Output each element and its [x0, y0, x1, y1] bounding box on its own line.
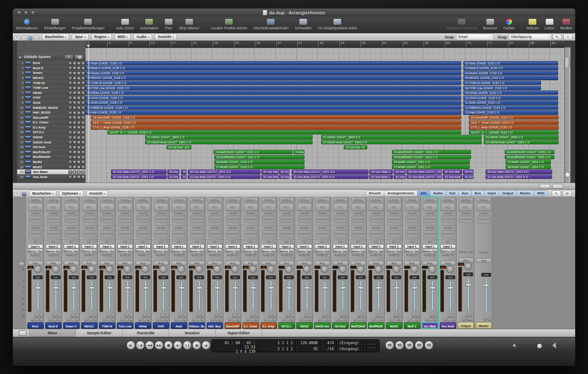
solo-button[interactable]: S	[416, 314, 420, 318]
track-m-button[interactable]: M	[77, 175, 81, 178]
toolbar-informationen-button[interactable]: Informationen	[13, 18, 41, 31]
insert-slot[interactable]	[405, 219, 419, 223]
pan-knob[interactable]	[105, 265, 114, 273]
toolbar-listen-button[interactable]: Listen	[541, 18, 557, 32]
insert-slot[interactable]	[154, 216, 168, 219]
toolbar-flex-button[interactable]: Flex	[161, 18, 176, 31]
record-button[interactable]: R	[57, 318, 61, 321]
pause-button[interactable]: ❙❙	[183, 341, 192, 350]
track-i-button[interactable]: I	[68, 170, 72, 174]
track-s-button[interactable]: S	[81, 155, 85, 159]
input-button[interactable]: Input 1	[440, 244, 456, 248]
pan-knob[interactable]	[321, 265, 329, 273]
input-button[interactable]: Input 1	[422, 244, 438, 248]
track-m-button[interactable]: M	[77, 150, 81, 154]
track-s-button[interactable]: S	[81, 81, 85, 85]
insert-slot[interactable]	[244, 216, 257, 219]
region[interactable]: 31-Vox Amb-110717_2201 5 O	[486, 175, 552, 179]
region[interactable]: 21-GitOD-110427_1803 1 O	[145, 135, 313, 139]
input-monitor-button[interactable]: I	[214, 318, 218, 321]
track-s-button[interactable]: S	[81, 86, 85, 90]
eq-button[interactable]: EQ	[387, 203, 401, 211]
record-ready-button[interactable]: O	[246, 318, 250, 321]
send-slot[interactable]	[423, 230, 437, 234]
eq-button[interactable]: EQ	[82, 203, 97, 211]
input-button[interactable]: Input 1	[171, 244, 187, 248]
send-slot[interactable]	[369, 230, 383, 234]
pencil-tool-button[interactable]: +	[563, 34, 573, 40]
track-r-button[interactable]: R	[73, 91, 76, 94]
solo-button[interactable]: S	[219, 314, 222, 318]
setting-button[interactable]: Setting	[477, 198, 491, 202]
channel-name-button[interactable]: Git Dub	[332, 322, 348, 329]
output-button[interactable]: Stereo Out	[82, 249, 97, 253]
track-r-button[interactable]: R	[73, 126, 76, 129]
fader-cap[interactable]	[430, 286, 436, 289]
send-slot[interactable]	[190, 230, 204, 234]
region[interactable]: 31-Vox Amb-110717_2201 3 O	[188, 175, 260, 179]
lcd-signature[interactable]: 4/4/16	[321, 340, 336, 352]
input-button[interactable]: Input 1	[28, 244, 43, 248]
autopunch-button[interactable]	[395, 341, 404, 350]
output-button[interactable]: Stereo Out	[261, 249, 276, 253]
pan-knob[interactable]	[410, 265, 418, 273]
output-button[interactable]: Stereo Out	[279, 249, 294, 253]
region[interactable]: 30-Vox Main-110717_2201 5 O	[486, 169, 552, 174]
track-r-button[interactable]: R	[73, 66, 76, 70]
track-m-button[interactable]: M	[77, 121, 81, 124]
pan-knob[interactable]	[70, 265, 78, 273]
mixer-hand-tool-button[interactable]: ⊙	[562, 190, 572, 197]
solo-button[interactable]: S	[362, 314, 366, 318]
region[interactable]: 26-Muff2-110427_1921 1 O	[392, 160, 470, 164]
mute-button[interactable]: M	[430, 314, 433, 318]
arrange-menu-audio[interactable]: Audio▾	[133, 34, 152, 40]
send-slot[interactable]	[280, 230, 293, 234]
region[interactable]: 30-Vox Main-1	[369, 169, 393, 174]
setting-button[interactable]: Setting	[243, 198, 258, 202]
region[interactable]: 04-Snare-110426_2128 1 O	[85, 71, 461, 75]
mute-button[interactable]: M	[483, 317, 487, 321]
tab-notation[interactable]: Notation	[169, 329, 215, 337]
send-slot[interactable]	[423, 234, 437, 237]
output-button[interactable]: Stereo Out	[422, 249, 438, 253]
region[interactable]: 31-Vox Amb-110717_2224	[407, 175, 442, 179]
region[interactable]: 22-GitOD Amb-110427_1803 1 O	[145, 140, 313, 144]
track-m-button[interactable]: M	[77, 126, 81, 129]
solo-button[interactable]: S	[434, 314, 438, 318]
arrange-menu-ansicht[interactable]: Ansicht▾	[155, 34, 176, 40]
record-button[interactable]: R	[272, 318, 276, 321]
go-to-end-button[interactable]: ▏▶	[136, 341, 145, 350]
fader-cap[interactable]	[178, 286, 184, 289]
record-ready-button[interactable]: O	[389, 318, 393, 321]
send-slot[interactable]	[244, 230, 257, 234]
insert-slot[interactable]	[47, 216, 60, 219]
mute-button[interactable]: M	[178, 314, 182, 318]
record-button[interactable]: R	[416, 318, 420, 321]
track-i-button[interactable]: I	[68, 116, 72, 119]
track-m-button[interactable]: M	[77, 170, 81, 174]
track-r-button[interactable]: R	[73, 136, 76, 139]
toolbar-medien-button[interactable]: Medien	[557, 18, 575, 32]
region[interactable]: 22-GitOD Amb-110427_1806 1 O	[484, 140, 559, 144]
region[interactable]: 30-Vox Mai	[443, 169, 462, 174]
automation-mode-button[interactable]: Aus	[225, 261, 240, 265]
insert-slot[interactable]	[172, 216, 186, 219]
forward-button[interactable]: ▶▶	[155, 341, 164, 350]
channel-name-button[interactable]: MuffRb50	[368, 322, 384, 329]
region[interactable]: 16-D_I_Clean-110426_2128 1 O	[91, 120, 461, 125]
record-button[interactable]: R	[165, 318, 169, 321]
record-ready-button[interactable]: O	[85, 318, 88, 321]
record-ready-button[interactable]: O	[138, 318, 142, 321]
track-r-button[interactable]: R	[73, 106, 76, 109]
track-m-button[interactable]: M	[77, 101, 81, 104]
region[interactable]: 18-GIT_D_I_-110426_2133 1 O	[469, 130, 559, 134]
setting-button[interactable]: Setting	[28, 198, 43, 202]
setting-button[interactable]: Setting	[225, 198, 240, 202]
insert-slot[interactable]	[351, 216, 365, 219]
setting-button[interactable]: Setting	[64, 198, 79, 202]
fader-track[interactable]	[432, 280, 433, 311]
region[interactable]: 13-Hall-110426_2133 1 O	[463, 110, 558, 114]
record-button[interactable]: R	[255, 318, 258, 321]
insert-slot[interactable]	[118, 219, 132, 223]
fader-value[interactable]: 0.0	[481, 273, 491, 277]
